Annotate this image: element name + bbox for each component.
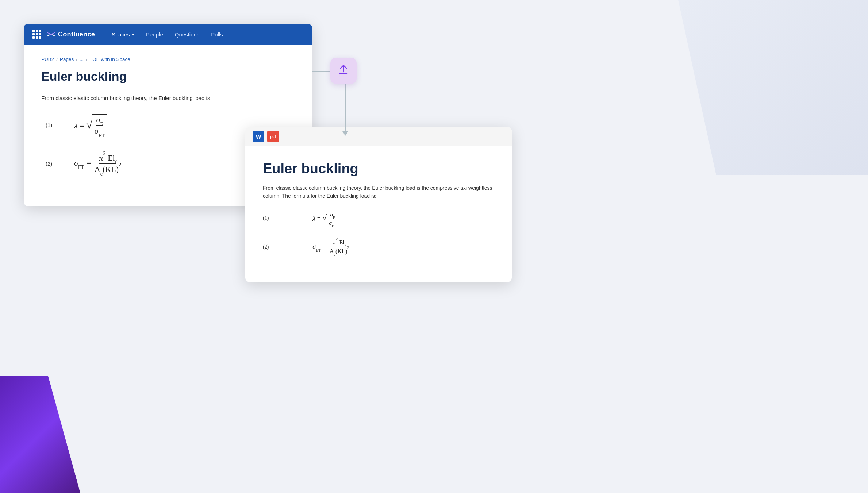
arrow-head: [342, 131, 348, 136]
connector-line: [312, 71, 331, 72]
word-icon[interactable]: W: [253, 131, 264, 142]
word-eq1-number: (1): [263, 215, 269, 221]
spaces-chevron-icon: ▾: [132, 32, 134, 37]
nav-item-questions[interactable]: Questions: [170, 28, 205, 41]
eq1-formula: λ = √ σF σET: [74, 114, 107, 136]
word-page-title: Euler buckling: [263, 161, 494, 177]
nav-items: Spaces ▾ People Questions Polls: [107, 28, 228, 41]
word-body-text: From classic elastic column buckling the…: [263, 184, 494, 200]
word-equation-1: (1) λ = √ σF σET: [263, 211, 494, 226]
confluence-logo-svg: [47, 30, 55, 38]
word-eq2-number: (2): [263, 244, 269, 250]
confluence-navbar: Confluence Spaces ▾ People Questions Pol…: [24, 24, 312, 45]
nav-item-people[interactable]: People: [141, 28, 168, 41]
confluence-logo-text: Confluence: [58, 31, 95, 38]
page-title: Euler buckling: [41, 69, 295, 84]
eq2-formula: σET = π2 Elf Ae(KL)2: [74, 153, 123, 174]
breadcrumb: PUB2 / Pages / ... / TOE with in Space: [41, 57, 295, 62]
word-equation-2: (2) σET = π2 Elf Ae(KL)2: [263, 239, 494, 255]
nav-item-polls[interactable]: Polls: [206, 28, 228, 41]
page-body-text: From classic elastic column buckling the…: [41, 94, 295, 103]
arrow-line: [345, 84, 346, 131]
eq1-number: (1): [46, 122, 57, 128]
export-button[interactable]: [330, 58, 357, 84]
bg-shape-top-right: [678, 0, 868, 175]
breadcrumb-pub2[interactable]: PUB2: [41, 57, 54, 62]
grid-menu-icon[interactable]: [32, 30, 41, 39]
pdf-icon[interactable]: pdf: [267, 131, 279, 142]
word-document-window: W pdf Euler buckling From classic elasti…: [245, 127, 512, 282]
breadcrumb-ellipsis[interactable]: ...: [80, 57, 84, 62]
arrow-container: [342, 84, 348, 136]
bg-shape-bottom-left: [0, 376, 80, 493]
word-toolbar: W pdf: [245, 127, 512, 146]
word-eq1-formula: λ = √ σF σET: [312, 211, 339, 226]
word-eq2-formula: σET = π2 Elf Ae(KL)2: [312, 239, 350, 255]
upload-icon: [338, 64, 349, 78]
breadcrumb-pages[interactable]: Pages: [60, 57, 74, 62]
confluence-logo[interactable]: Confluence: [47, 30, 95, 38]
breadcrumb-toe[interactable]: TOE with in Space: [89, 57, 130, 62]
eq2-number: (2): [46, 161, 57, 167]
word-page-content: Euler buckling From classic elastic colu…: [245, 146, 512, 282]
nav-item-spaces[interactable]: Spaces ▾: [107, 28, 139, 41]
